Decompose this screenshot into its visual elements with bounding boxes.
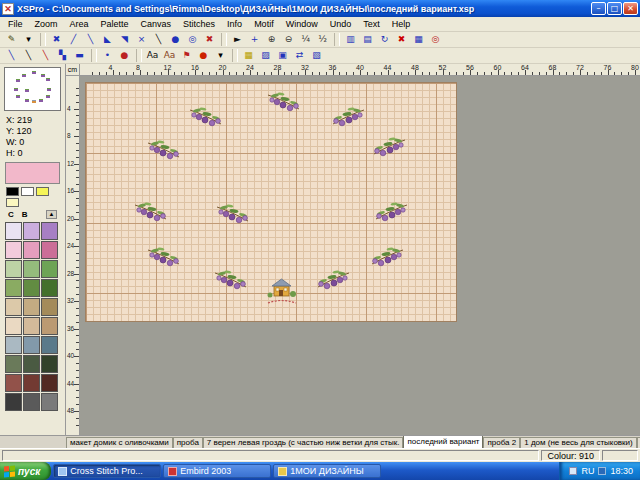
backstitch-thick-button[interactable]: ╲: [37, 48, 54, 63]
zoom-half-button[interactable]: ½: [314, 32, 331, 47]
palette-color-8[interactable]: [41, 260, 58, 278]
info-view-button[interactable]: ▧: [308, 48, 325, 63]
palette-color-28[interactable]: [23, 393, 40, 411]
design-tab-2[interactable]: проба: [173, 437, 203, 448]
design-tab-6[interactable]: 1 дом (не весь для стыковки): [520, 437, 637, 448]
palette-scroll-up-button[interactable]: ▲: [46, 210, 57, 219]
backstitch-medium-button[interactable]: ╲: [20, 48, 37, 63]
selected-color-swatch[interactable]: [5, 162, 60, 184]
french-knot-tool[interactable]: ●: [167, 32, 184, 47]
palette-color-25[interactable]: [23, 374, 40, 392]
palette-color-19[interactable]: [23, 336, 40, 354]
palette-color-14[interactable]: [41, 298, 58, 316]
quick-swatch-0[interactable]: [6, 187, 19, 196]
palette-color-11[interactable]: [41, 279, 58, 297]
zoom-out-button[interactable]: ⊖: [280, 32, 297, 47]
palette-grid-button[interactable]: ▦: [240, 48, 257, 63]
palette-color-26[interactable]: [41, 374, 58, 392]
palette-color-0[interactable]: [5, 222, 22, 240]
half-stitch-nw-tool[interactable]: ╲: [82, 32, 99, 47]
palette-color-4[interactable]: [23, 241, 40, 259]
start-button[interactable]: пуск: [0, 462, 51, 480]
palette-color-1[interactable]: [23, 222, 40, 240]
palette-color-3[interactable]: [5, 241, 22, 259]
knot-small-button[interactable]: •: [99, 48, 116, 63]
quick-swatch-2[interactable]: [36, 187, 49, 196]
flag-button[interactable]: ⚑: [178, 48, 195, 63]
rotate-button[interactable]: ↻: [376, 32, 393, 47]
quick-swatch-1[interactable]: [21, 187, 34, 196]
menu-item-info[interactable]: Info: [221, 18, 248, 30]
palette-color-16[interactable]: [23, 317, 40, 335]
menu-item-palette[interactable]: Palette: [95, 18, 135, 30]
cross-red-tool[interactable]: ✖: [201, 32, 218, 47]
bead-tool[interactable]: ◎: [184, 32, 201, 47]
design-tab-4[interactable]: последний вариант: [403, 435, 483, 448]
taskbar-task-3[interactable]: 1МОИ ДИЗАЙНЫ: [273, 464, 381, 478]
delete-button[interactable]: ✖: [393, 32, 410, 47]
full-stitch-tool[interactable]: ✖: [48, 32, 65, 47]
menu-item-area[interactable]: Area: [64, 18, 95, 30]
palette-color-13[interactable]: [23, 298, 40, 316]
design-tab-5[interactable]: проба 2: [483, 437, 520, 448]
palette-color-29[interactable]: [41, 393, 58, 411]
swap-colors-button[interactable]: ⇄: [291, 48, 308, 63]
mirror-horizontal-button[interactable]: ▥: [342, 32, 359, 47]
thread-color-button[interactable]: ●: [195, 48, 212, 63]
palette-color-15[interactable]: [5, 317, 22, 335]
font-serif-button[interactable]: Aa: [144, 48, 161, 63]
grid-toggle-button[interactable]: ▦: [410, 32, 427, 47]
quarter-stitch-tool[interactable]: ◣: [99, 32, 116, 47]
menu-item-text[interactable]: Text: [357, 18, 386, 30]
close-button[interactable]: ✕: [623, 2, 638, 15]
taskbar-task-1[interactable]: Cross Stitch Pro...: [53, 464, 161, 478]
menu-item-canvas[interactable]: Canvas: [135, 18, 178, 30]
fabric-button[interactable]: ▨: [257, 48, 274, 63]
minimize-button[interactable]: –: [591, 2, 606, 15]
volume-icon[interactable]: [598, 467, 606, 475]
line-style-button[interactable]: ▬: [71, 48, 88, 63]
palette-color-22[interactable]: [23, 355, 40, 373]
menu-item-motif[interactable]: Motif: [248, 18, 280, 30]
menu-item-window[interactable]: Window: [280, 18, 324, 30]
design-tab-1[interactable]: макет домик с оливочками: [66, 437, 173, 448]
center-view-button[interactable]: ◎: [427, 32, 444, 47]
palette-color-10[interactable]: [23, 279, 40, 297]
language-indicator[interactable]: RU: [581, 466, 594, 476]
copy-motif-button[interactable]: ▣: [274, 48, 291, 63]
stitch-grid[interactable]: [85, 82, 457, 322]
palette-color-20[interactable]: [41, 336, 58, 354]
palette-color-5[interactable]: [41, 241, 58, 259]
design-tab-3[interactable]: 7 верен левая гроздь (с частью ниж ветки…: [203, 437, 404, 448]
menu-item-stitches[interactable]: Stitches: [177, 18, 221, 30]
menu-item-file[interactable]: File: [2, 18, 29, 30]
half-stitch-ne-tool[interactable]: ╱: [65, 32, 82, 47]
menu-item-undo[interactable]: Undo: [324, 18, 358, 30]
petite-stitch-tool[interactable]: ×: [133, 32, 150, 47]
palette-color-17[interactable]: [41, 317, 58, 335]
backstitch-tool[interactable]: ╲: [150, 32, 167, 47]
palette-color-9[interactable]: [5, 279, 22, 297]
pencil-tool[interactable]: ✎: [3, 32, 20, 47]
palette-color-12[interactable]: [5, 298, 22, 316]
palette-color-6[interactable]: [5, 260, 22, 278]
quick-swatch-3[interactable]: [6, 198, 19, 207]
palette-color-23[interactable]: [41, 355, 58, 373]
mirror-vertical-button[interactable]: ▤: [359, 32, 376, 47]
palette-color-21[interactable]: [5, 355, 22, 373]
backstitch-thin-button[interactable]: ╲: [3, 48, 20, 63]
add-stitch-button[interactable]: +: [246, 32, 263, 47]
knot-large-button[interactable]: ●: [116, 48, 133, 63]
palette-color-27[interactable]: [5, 393, 22, 411]
tray-app-icon[interactable]: [569, 467, 577, 475]
palette-color-2[interactable]: [41, 222, 58, 240]
palette-color-7[interactable]: [23, 260, 40, 278]
palette-color-24[interactable]: [5, 374, 22, 392]
design-preview[interactable]: [4, 67, 61, 111]
menu-item-help[interactable]: Help: [386, 18, 417, 30]
select-tool[interactable]: ►: [229, 32, 246, 47]
tool-dropdown[interactable]: ▾: [20, 32, 37, 47]
thread-color-dropdown[interactable]: ▾: [212, 48, 229, 63]
font-script-button[interactable]: Aa: [161, 48, 178, 63]
zoom-in-button[interactable]: ⊕: [263, 32, 280, 47]
